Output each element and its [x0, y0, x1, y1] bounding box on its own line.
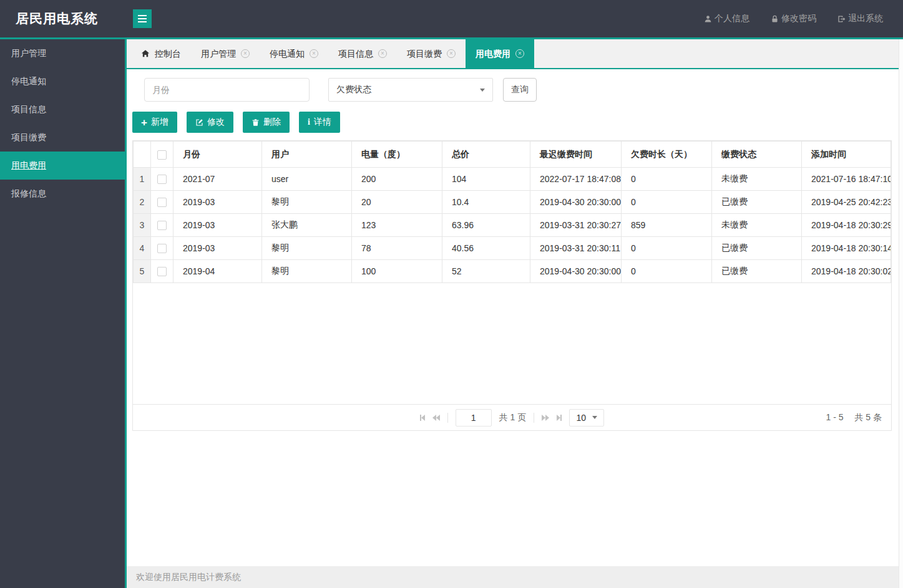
profile-link[interactable]: 个人信息: [704, 13, 749, 24]
delete-button[interactable]: 删除: [243, 112, 290, 133]
tab-close-icon[interactable]: ×: [447, 49, 456, 58]
tab-bar: 控制台 用户管理 × 停电通知 × 项目信息 × 项目缴费 × 用电费用 ×: [127, 39, 899, 69]
table-empty-space: [133, 283, 891, 404]
pagination-summary: 1 - 5 共 5 条: [826, 412, 882, 423]
row-checkbox[interactable]: [157, 221, 167, 230]
row-number: 5: [134, 260, 151, 283]
tab-electricity-fee[interactable]: 用电费用 ×: [466, 39, 534, 68]
tab-outage-notice[interactable]: 停电通知 ×: [260, 39, 328, 68]
header-links: 个人信息 修改密码 退出系统: [704, 13, 903, 24]
plus-icon: +: [141, 117, 147, 128]
edit-button[interactable]: 修改: [187, 112, 233, 133]
tab-user-management[interactable]: 用户管理 ×: [191, 39, 260, 68]
prev-page-button[interactable]: [432, 415, 440, 421]
data-table-container: 月份 用户 电量（度） 总价 最迟缴费时间 欠费时长（天） 缴费状态 添加时间 …: [132, 140, 892, 431]
table-row[interactable]: 3 2019-03 张大鹏 123 63.96 2019-03-31 20:30…: [134, 214, 891, 237]
table-row[interactable]: 1 2021-07 user 200 104 2022-07-17 18:47:…: [134, 168, 891, 191]
page-size-select[interactable]: 10: [569, 409, 604, 427]
cell-added: 2021-07-16 18:47:10: [802, 168, 891, 191]
main-area: 控制台 用户管理 × 停电通知 × 项目信息 × 项目缴费 × 用电费用 × 欠…: [127, 39, 899, 588]
tab-close-icon[interactable]: ×: [241, 49, 250, 58]
cell-user: 黎明: [262, 260, 352, 283]
tab-project-info-label: 项目信息: [338, 39, 373, 68]
tab-project-info[interactable]: 项目信息 ×: [328, 39, 397, 68]
search-button[interactable]: 查询: [503, 78, 537, 102]
pagination-bar: 共 1 页 10 1 - 5 共 5 条: [133, 404, 891, 430]
detail-button[interactable]: i 详情: [299, 112, 340, 133]
tab-outage-notice-label: 停电通知: [270, 39, 305, 68]
cell-deadline: 2019-03-31 20:30:11: [530, 237, 622, 260]
cell-user: 张大鹏: [262, 214, 352, 237]
page-size-value: 10: [576, 413, 586, 423]
sidebar-item-user-management[interactable]: 用户管理: [0, 39, 125, 67]
cell-price: 40.56: [442, 237, 530, 260]
app-title: 居民用电系统: [0, 10, 125, 27]
trash-icon: [251, 118, 260, 127]
sidebar-item-project-info[interactable]: 项目信息: [0, 95, 125, 123]
col-header-user: 用户: [262, 142, 352, 168]
tab-project-payment-label: 项目缴费: [407, 39, 442, 68]
sidebar-item-repair-info[interactable]: 报修信息: [0, 180, 125, 208]
cell-overdue: 0: [622, 168, 712, 191]
first-page-button[interactable]: [420, 415, 425, 421]
row-checkbox[interactable]: [157, 244, 167, 253]
lock-icon: [771, 15, 779, 23]
cell-deadline: 2019-03-31 20:30:27: [530, 214, 622, 237]
month-input[interactable]: [144, 78, 310, 102]
add-button[interactable]: + 新增: [132, 112, 177, 133]
select-all-checkbox[interactable]: [157, 150, 167, 160]
tab-electricity-fee-label: 用电费用: [476, 39, 510, 68]
cell-added: 2019-04-18 20:30:14: [802, 237, 891, 260]
cell-degree: 78: [352, 237, 442, 260]
change-password-link[interactable]: 修改密码: [771, 13, 816, 24]
info-icon: i: [308, 117, 310, 127]
cell-overdue: 0: [622, 191, 712, 214]
table-row[interactable]: 5 2019-04 黎明 100 52 2019-04-30 20:30:00 …: [134, 260, 891, 283]
hamburger-icon: [138, 18, 147, 19]
sidebar-toggle-button[interactable]: [133, 9, 152, 28]
tab-close-icon[interactable]: ×: [515, 49, 524, 58]
col-header-degree: 电量（度）: [352, 142, 442, 168]
tab-project-payment[interactable]: 项目缴费 ×: [397, 39, 466, 68]
cell-status: 已缴费: [712, 191, 802, 214]
tab-close-icon[interactable]: ×: [310, 49, 318, 58]
cell-price: 52: [442, 260, 530, 283]
row-number: 3: [134, 214, 151, 237]
row-number: 1: [134, 168, 151, 191]
data-table: 月份 用户 电量（度） 总价 最迟缴费时间 欠费时长（天） 缴费状态 添加时间 …: [133, 141, 891, 283]
tab-console[interactable]: 控制台: [131, 39, 191, 68]
sidebar-item-electricity-fee[interactable]: 用电费用: [0, 152, 125, 180]
table-row[interactable]: 4 2019-03 黎明 78 40.56 2019-03-31 20:30:1…: [134, 237, 891, 260]
range-label: 1 - 5: [826, 412, 844, 422]
row-checkbox[interactable]: [157, 175, 167, 184]
cell-degree: 20: [352, 191, 442, 214]
row-checkbox[interactable]: [157, 198, 167, 207]
next-page-button[interactable]: [542, 415, 549, 421]
page-content: 欠费状态 查询 + 新增 修改 删除 i 详情: [127, 69, 899, 566]
last-page-button[interactable]: [557, 415, 562, 421]
total-count-label: 共 5 条: [854, 412, 882, 422]
cell-degree: 123: [352, 214, 442, 237]
logout-link[interactable]: 退出系统: [837, 13, 883, 24]
page-number-input[interactable]: [456, 409, 492, 427]
row-number-header: [134, 142, 151, 168]
delete-button-label: 删除: [263, 117, 281, 128]
tab-close-icon[interactable]: ×: [378, 49, 387, 58]
row-checkbox[interactable]: [157, 267, 167, 276]
tab-user-management-label: 用户管理: [201, 39, 236, 68]
pagination-divider: [447, 413, 448, 423]
app-header: 居民用电系统 个人信息 修改密码 退出系统: [0, 0, 903, 39]
cell-added: 2019-04-25 20:42:23: [802, 191, 891, 214]
col-header-status: 缴费状态: [712, 142, 802, 168]
logout-icon: [837, 15, 846, 23]
sidebar-item-project-payment[interactable]: 项目缴费: [0, 123, 125, 152]
chevron-down-icon: [480, 89, 485, 92]
sidebar-item-outage-notice[interactable]: 停电通知: [0, 67, 125, 95]
table-header-row: 月份 用户 电量（度） 总价 最迟缴费时间 欠费时长（天） 缴费状态 添加时间: [134, 142, 891, 168]
table-row[interactable]: 2 2019-03 黎明 20 10.4 2019-04-30 20:30:00…: [134, 191, 891, 214]
scrollbar-track[interactable]: [899, 39, 903, 588]
arrears-status-select[interactable]: 欠费状态: [328, 78, 493, 102]
row-number: 2: [134, 191, 151, 214]
cell-degree: 200: [352, 168, 442, 191]
chevron-down-icon: [592, 416, 597, 419]
